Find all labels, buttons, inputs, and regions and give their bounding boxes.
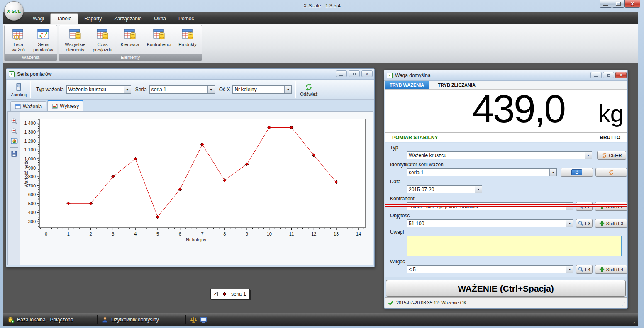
refresh-button[interactable]: Odśwież bbox=[297, 80, 320, 99]
ribbon-button-seria-pomiarow[interactable]: Seria pomiarów bbox=[31, 27, 55, 54]
objetosc-search-button[interactable]: F3 bbox=[576, 219, 593, 228]
objetosc-label: Objętość bbox=[390, 213, 410, 219]
weighing-type-combo[interactable]: Ważenie kruszcu ▼ bbox=[66, 85, 131, 94]
minimize-button[interactable] bbox=[600, 0, 612, 8]
ribbon-button-lista-wazen[interactable]: Lista ważeń bbox=[6, 27, 30, 54]
scale-icon bbox=[190, 316, 197, 323]
tab-wazenia[interactable]: Ważenia bbox=[10, 101, 46, 111]
seria-new-button[interactable] bbox=[561, 168, 593, 177]
minimize-button[interactable] bbox=[336, 70, 347, 77]
seria-combo[interactable]: seria 1 ▼ bbox=[407, 168, 557, 176]
objetosc-combo[interactable]: 51-100 ▼ bbox=[407, 219, 573, 227]
legend-entry: seria 1 bbox=[231, 291, 246, 297]
scatter-chart-icon bbox=[37, 28, 50, 41]
zoom-in-icon bbox=[11, 118, 18, 125]
legend-checkbox[interactable]: ✔ bbox=[213, 292, 218, 296]
close-button[interactable]: ✕ bbox=[624, 0, 640, 8]
objetosc-add-button[interactable]: Shift+F3 bbox=[595, 219, 627, 228]
wilgoc-combo[interactable]: < 5 ▼ bbox=[407, 265, 573, 273]
weigh-button[interactable]: WAŻENIE (Ctrl+Spacja) bbox=[386, 280, 626, 297]
chart-side-toolbar bbox=[8, 112, 20, 265]
svg-text:0: 0 bbox=[45, 231, 47, 236]
ribbon-button-kontrahenci[interactable]: Kontrahenci bbox=[144, 27, 173, 54]
table-magnifier-icon bbox=[12, 28, 25, 41]
database-icon bbox=[7, 316, 14, 323]
svg-text:12: 12 bbox=[311, 231, 316, 236]
main-status-bar: Baza lokalna - Połączono Użytkownik domy… bbox=[3, 313, 638, 326]
restore-button[interactable] bbox=[349, 70, 360, 77]
series-window-titlebar[interactable]: X Seria pomiarów bbox=[6, 69, 374, 80]
svg-text:2: 2 bbox=[90, 231, 92, 236]
scale-window-title: Waga domyślna bbox=[395, 73, 431, 78]
maximize-button[interactable] bbox=[612, 0, 624, 8]
table-database-icon bbox=[123, 28, 137, 41]
close-button[interactable]: ✕ bbox=[361, 70, 373, 77]
svg-text:300: 300 bbox=[28, 219, 36, 224]
tab-separator bbox=[431, 82, 431, 88]
x-axis-label: Oś X bbox=[219, 87, 230, 92]
restore-icon bbox=[353, 73, 356, 75]
svg-text:500: 500 bbox=[28, 201, 36, 206]
series-combo[interactable]: seria 1 ▼ bbox=[149, 85, 215, 94]
door-icon bbox=[14, 83, 23, 92]
ribbon-button-produkty[interactable]: Produkty bbox=[175, 27, 200, 54]
menu-tab-zarzadzanie[interactable]: Zarządzanie bbox=[108, 14, 148, 24]
close-window-button[interactable]: Zamknij bbox=[9, 80, 28, 99]
plus-icon bbox=[599, 267, 605, 272]
tab-tryb-wazenia[interactable]: TRYB WAŻENIA bbox=[385, 81, 429, 89]
ribbon-button-wszystkie-elementy[interactable]: Wszystkie elementy bbox=[62, 27, 88, 54]
menu-tab-tabele[interactable]: Tabele bbox=[50, 13, 78, 24]
svg-text:11: 11 bbox=[289, 231, 294, 236]
chevron-down-icon: ▼ bbox=[124, 86, 131, 93]
menu-tab-wagi[interactable]: Wagi bbox=[27, 14, 50, 24]
magnifier-icon bbox=[578, 221, 583, 226]
data-combo[interactable]: 2015-07-20 ▼ bbox=[407, 185, 482, 193]
minimize-button[interactable] bbox=[590, 72, 602, 78]
wilgoc-add-button[interactable]: Shift+F4 bbox=[595, 265, 627, 274]
type-refresh-button[interactable]: Ctrl+R bbox=[597, 151, 626, 160]
wilgoc-label: Wilgoć bbox=[390, 259, 405, 265]
menu-tab-raporty[interactable]: Raporty bbox=[78, 14, 108, 24]
maximize-button[interactable] bbox=[603, 72, 614, 78]
ribbon-group-elementy: Wszystkie elementy Czas przyjazdu Kierow… bbox=[59, 25, 202, 61]
wilgoc-search-button[interactable]: F4 bbox=[576, 265, 593, 274]
uwagi-label: Uwagi bbox=[390, 229, 404, 235]
svg-text:13: 13 bbox=[334, 231, 339, 236]
series-toolbar: Zamknij Typ ważenia Ważenie kruszcu ▼ Se… bbox=[7, 80, 374, 100]
check-icon bbox=[388, 300, 394, 306]
resize-grip[interactable]: ⋰ bbox=[632, 320, 637, 325]
zoom-out-icon bbox=[11, 128, 18, 135]
typ-combo[interactable]: Ważenie kruszcu ▼ bbox=[407, 151, 592, 159]
seria-refresh-button[interactable] bbox=[595, 168, 627, 177]
chevron-down-icon: ▼ bbox=[585, 152, 592, 159]
chart-options-button[interactable] bbox=[10, 136, 19, 146]
x-axis-combo[interactable]: Nr kolejny ▼ bbox=[232, 85, 292, 94]
save-chart-button[interactable] bbox=[10, 149, 19, 158]
svg-text:600: 600 bbox=[28, 192, 36, 197]
svg-text:800: 800 bbox=[28, 174, 36, 179]
close-icon: ✕ bbox=[365, 72, 369, 76]
table-icon bbox=[15, 104, 21, 109]
ribbon-button-czas-przyjazdu[interactable]: Czas przyjazdu bbox=[90, 27, 115, 54]
uwagi-textarea[interactable] bbox=[407, 236, 622, 256]
close-button[interactable]: ✕ bbox=[615, 72, 627, 78]
tab-wykresy[interactable]: Wykresy bbox=[47, 100, 83, 111]
seria-label: Identyfikator serii ważeń bbox=[390, 162, 444, 168]
weighing-form: Typ Ważenie kruszcu ▼ Ctrl+R Identyfikat… bbox=[385, 143, 627, 277]
chevron-down-icon: ▼ bbox=[284, 86, 291, 93]
refresh-icon bbox=[305, 83, 313, 91]
resize-grip[interactable]: ⋰ bbox=[622, 302, 626, 306]
minimize-icon bbox=[339, 75, 343, 76]
table-database-icon bbox=[181, 28, 194, 41]
maximize-icon bbox=[616, 2, 620, 5]
series-marker-icon bbox=[220, 292, 229, 296]
zoom-in-button[interactable] bbox=[10, 117, 19, 126]
menu-tab-pomoc[interactable]: Pomoc bbox=[172, 14, 200, 24]
zoom-out-button[interactable] bbox=[10, 126, 19, 136]
ribbon-button-kierowca[interactable]: Kierowca bbox=[117, 27, 143, 54]
chevron-down-icon: ▼ bbox=[475, 186, 482, 193]
table-database-icon bbox=[68, 28, 82, 41]
svg-text:3: 3 bbox=[112, 231, 114, 236]
svg-text:10: 10 bbox=[267, 231, 272, 236]
menu-tab-okna[interactable]: Okna bbox=[148, 14, 172, 24]
